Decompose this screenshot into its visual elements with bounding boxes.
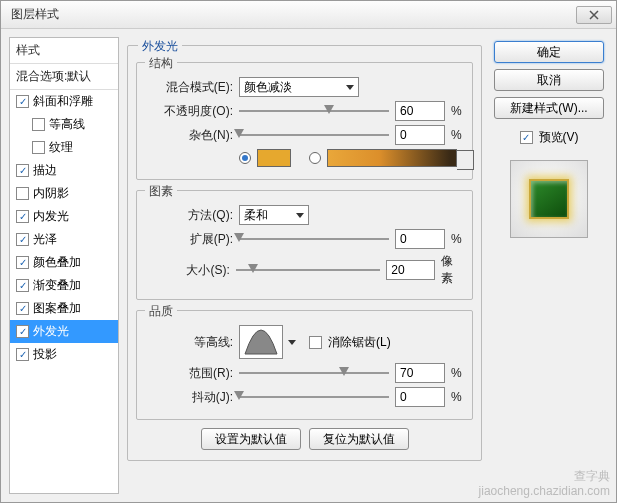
sidebar-item[interactable]: 颜色叠加	[10, 251, 118, 274]
style-sidebar: 样式 混合选项:默认 斜面和浮雕等高线纹理描边内阴影内发光光泽颜色叠加渐变叠加图…	[9, 37, 119, 494]
close-button[interactable]	[576, 6, 612, 24]
spread-unit: %	[451, 232, 462, 246]
chevron-down-icon	[296, 213, 304, 218]
sidebar-item-label: 描边	[33, 162, 57, 179]
sidebar-item-label: 等高线	[49, 116, 85, 133]
color-swatch[interactable]	[257, 149, 291, 167]
reset-default-button[interactable]: 复位为默认值	[309, 428, 409, 450]
style-checkbox[interactable]	[16, 95, 29, 108]
blend-mode-label: 混合模式(E):	[145, 79, 233, 96]
sidebar-item-label: 纹理	[49, 139, 73, 156]
sidebar-item-label: 斜面和浮雕	[33, 93, 93, 110]
style-checkbox[interactable]	[32, 141, 45, 154]
spread-label: 扩展(P):	[145, 231, 233, 248]
antialias-label: 消除锯齿(L)	[328, 334, 391, 351]
chevron-down-icon	[346, 85, 354, 90]
method-select[interactable]: 柔和	[239, 205, 309, 225]
right-column: 确定 取消 新建样式(W)... 预览(V)	[490, 37, 608, 494]
opacity-slider[interactable]	[239, 102, 389, 120]
range-input[interactable]: 70	[395, 363, 445, 383]
sidebar-item[interactable]: 内发光	[10, 205, 118, 228]
style-checkbox[interactable]	[32, 118, 45, 131]
style-checkbox[interactable]	[16, 210, 29, 223]
jitter-label: 抖动(J):	[145, 389, 233, 406]
noise-unit: %	[451, 128, 462, 142]
style-checkbox[interactable]	[16, 164, 29, 177]
panel-title: 外发光	[138, 38, 182, 55]
style-checkbox[interactable]	[16, 256, 29, 269]
set-default-button[interactable]: 设置为默认值	[201, 428, 301, 450]
spread-slider[interactable]	[239, 230, 389, 248]
style-checkbox[interactable]	[16, 279, 29, 292]
ok-button[interactable]: 确定	[494, 41, 604, 63]
noise-label: 杂色(N):	[145, 127, 233, 144]
sidebar-item-label: 渐变叠加	[33, 277, 81, 294]
noise-input[interactable]: 0	[395, 125, 445, 145]
color-gradient-radio[interactable]	[309, 152, 321, 164]
sidebar-item-label: 颜色叠加	[33, 254, 81, 271]
group-quality: 品质 等高线: 消除锯齿(L) 范	[136, 310, 473, 420]
titlebar: 图层样式	[1, 1, 616, 29]
sidebar-item-label: 内发光	[33, 208, 69, 225]
preview-label: 预览(V)	[539, 129, 579, 146]
sidebar-item[interactable]: 等高线	[10, 113, 118, 136]
sidebar-item[interactable]: 光泽	[10, 228, 118, 251]
sidebar-item-label: 外发光	[33, 323, 69, 340]
sidebar-item[interactable]: 内阴影	[10, 182, 118, 205]
sidebar-item[interactable]: 渐变叠加	[10, 274, 118, 297]
method-label: 方法(Q):	[145, 207, 233, 224]
style-checkbox[interactable]	[16, 233, 29, 246]
size-label: 大小(S):	[145, 262, 230, 279]
preview-thumbnail	[510, 160, 588, 238]
opacity-label: 不透明度(O):	[145, 103, 233, 120]
jitter-slider[interactable]	[239, 388, 389, 406]
sidebar-item-label: 光泽	[33, 231, 57, 248]
sidebar-item-label: 投影	[33, 346, 57, 363]
chevron-down-icon	[288, 340, 296, 345]
group-element: 图素 方法(Q): 柔和 扩展(P): 0 %	[136, 190, 473, 300]
antialias-checkbox[interactable]	[309, 336, 322, 349]
jitter-unit: %	[451, 390, 462, 404]
size-input[interactable]: 20	[386, 260, 435, 280]
dialog-title: 图层样式	[5, 6, 576, 23]
sidebar-item[interactable]: 纹理	[10, 136, 118, 159]
sidebar-item-label: 图案叠加	[33, 300, 81, 317]
sidebar-header[interactable]: 样式	[10, 38, 118, 64]
cancel-button[interactable]: 取消	[494, 69, 604, 91]
sidebar-blend-options[interactable]: 混合选项:默认	[10, 64, 118, 90]
preview-gem-icon	[529, 179, 569, 219]
group-element-title: 图素	[145, 183, 177, 200]
sidebar-item[interactable]: 斜面和浮雕	[10, 90, 118, 113]
opacity-input[interactable]: 60	[395, 101, 445, 121]
gradient-swatch[interactable]	[327, 149, 457, 167]
layer-style-dialog: 图层样式 样式 混合选项:默认 斜面和浮雕等高线纹理描边内阴影内发光光泽颜色叠加…	[0, 0, 617, 503]
size-slider[interactable]	[236, 261, 381, 279]
style-checkbox[interactable]	[16, 325, 29, 338]
style-checkbox[interactable]	[16, 348, 29, 361]
noise-slider[interactable]	[239, 126, 389, 144]
contour-picker[interactable]	[239, 325, 283, 359]
contour-label: 等高线:	[145, 334, 233, 351]
group-quality-title: 品质	[145, 303, 177, 320]
range-slider[interactable]	[239, 364, 389, 382]
color-solid-radio[interactable]	[239, 152, 251, 164]
spread-input[interactable]: 0	[395, 229, 445, 249]
range-label: 范围(R):	[145, 365, 233, 382]
chevron-down-icon	[461, 156, 469, 161]
sidebar-item[interactable]: 图案叠加	[10, 297, 118, 320]
jitter-input[interactable]: 0	[395, 387, 445, 407]
contour-curve-icon	[243, 328, 279, 356]
preview-checkbox[interactable]	[520, 131, 533, 144]
blend-mode-select[interactable]: 颜色减淡	[239, 77, 359, 97]
sidebar-item[interactable]: 投影	[10, 343, 118, 366]
sidebar-item[interactable]: 外发光	[10, 320, 118, 343]
group-structure: 结构 混合模式(E): 颜色减淡 不透明度(O): 60 %	[136, 62, 473, 180]
style-checkbox[interactable]	[16, 187, 29, 200]
sidebar-item[interactable]: 描边	[10, 159, 118, 182]
new-style-button[interactable]: 新建样式(W)...	[494, 97, 604, 119]
style-checkbox[interactable]	[16, 302, 29, 315]
sidebar-item-label: 内阴影	[33, 185, 69, 202]
close-icon	[589, 10, 599, 20]
range-unit: %	[451, 366, 462, 380]
method-value: 柔和	[244, 207, 268, 224]
